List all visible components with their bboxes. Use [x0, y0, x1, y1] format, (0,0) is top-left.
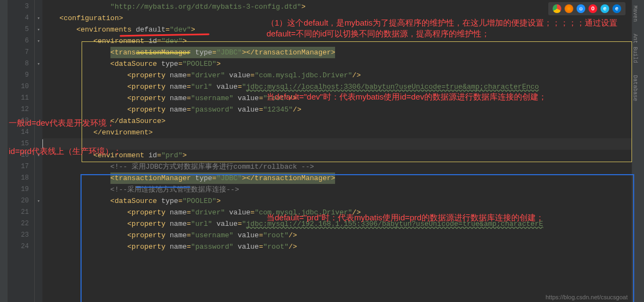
fold-marker[interactable] — [35, 127, 42, 138]
line-number[interactable]: 11 — [8, 93, 34, 104]
sidebar-label-maven[interactable]: Maven — [632, 0, 638, 22]
ie-icon[interactable]: e — [600, 4, 609, 13]
watermark: https://blog.csdn.net/csucsgoat — [546, 294, 628, 300]
line-number[interactable]: 7 — [8, 47, 34, 58]
code-line[interactable]: <property name="password" value="12345"/… — [42, 104, 631, 115]
fold-marker[interactable] — [35, 104, 42, 115]
fold-marker[interactable] — [35, 70, 42, 81]
ide-editor: 3456789101112131415161718192021222324 ▾▾… — [0, 0, 644, 302]
fold-marker[interactable] — [35, 184, 42, 195]
code-line[interactable]: <property name="driver" value="com.mysql… — [42, 70, 631, 81]
sidebar-label-database[interactable]: Database — [632, 70, 638, 101]
safari-icon[interactable]: ◎ — [577, 4, 585, 13]
edge-icon[interactable]: e — [612, 4, 621, 13]
line-number[interactable]: 13 — [8, 115, 34, 127]
fold-marker[interactable] — [35, 207, 42, 218]
right-tool-sidebar[interactable]: Maven Ant Build Database — [631, 0, 644, 302]
fold-marker[interactable]: ▾ — [35, 35, 42, 47]
code-line[interactable]: <property name="username" value="root"/> — [42, 93, 631, 104]
fold-marker[interactable]: ▾ — [35, 13, 42, 24]
line-number[interactable]: 9 — [8, 70, 34, 81]
code-line[interactable]: <dataSource type="POOLED"> — [42, 195, 631, 207]
chrome-icon[interactable] — [553, 4, 561, 13]
line-number[interactable]: 5 — [8, 24, 34, 35]
left-tool-sidebar[interactable] — [0, 0, 8, 302]
fold-marker[interactable]: ▾ — [35, 195, 42, 207]
code-line[interactable]: <environments default="dev"> — [42, 24, 631, 35]
line-number[interactable]: 17 — [8, 161, 34, 172]
code-line[interactable]: <property name="username" value="root"/> — [42, 230, 631, 241]
fold-marker[interactable] — [35, 230, 42, 241]
code-line[interactable]: <environment id="dev"> — [42, 35, 631, 47]
line-number[interactable]: 8 — [8, 58, 34, 70]
fold-marker[interactable] — [35, 1, 42, 13]
opera-icon[interactable]: O — [589, 4, 597, 13]
fold-marker[interactable] — [35, 241, 42, 252]
line-number[interactable]: 12 — [8, 104, 34, 115]
code-line[interactable] — [42, 138, 631, 150]
line-number[interactable]: 4 — [8, 13, 34, 24]
browser-preview-bar: ◎ O e e — [548, 2, 626, 15]
line-number[interactable]: 6 — [8, 35, 34, 47]
fold-marker[interactable]: ▾ — [35, 24, 42, 35]
fold-marker[interactable] — [35, 81, 42, 93]
line-number[interactable]: 14 — [8, 127, 34, 138]
line-number[interactable]: 18 — [8, 172, 34, 184]
code-line[interactable]: <transactionManager type="JDBC"></transa… — [42, 47, 631, 58]
code-line[interactable]: <environment id="prd"> — [42, 150, 631, 161]
sidebar-label-ant[interactable]: Ant Build — [632, 28, 638, 63]
fold-marker[interactable]: ▾ — [35, 58, 42, 70]
code-line[interactable]: </environment> — [42, 127, 631, 138]
line-number[interactable]: 24 — [8, 241, 34, 252]
fold-marker[interactable] — [35, 115, 42, 127]
line-number[interactable]: 15 — [8, 138, 34, 150]
line-number[interactable]: 19 — [8, 184, 34, 195]
code-line[interactable]: <transactionManager type="JDBC"></transa… — [42, 172, 631, 184]
fold-column[interactable]: ▾▾▾▾▾▾ — [35, 0, 42, 302]
line-number[interactable]: 23 — [8, 230, 34, 241]
line-number[interactable]: 10 — [8, 81, 34, 93]
blue-underline-id-prd — [136, 187, 190, 188]
fold-marker[interactable] — [35, 93, 42, 104]
line-number-gutter[interactable]: 3456789101112131415161718192021222324 — [8, 0, 35, 302]
line-number[interactable]: 21 — [8, 207, 34, 218]
code-line[interactable]: <property name="driver" value="com.mysql… — [42, 207, 631, 218]
yellow-underline-id-dev — [136, 52, 190, 53]
code-line[interactable]: <property name="url" value="jdbc:mysql:/… — [42, 218, 631, 230]
code-editor-area[interactable]: "http://mybatis.org/dtd/mybatis-3-config… — [42, 0, 631, 302]
fold-marker[interactable]: ▾ — [35, 150, 42, 161]
line-number[interactable]: 22 — [8, 218, 34, 230]
code-line[interactable]: <property name="password" value="root"/> — [42, 241, 631, 252]
code-line[interactable]: <!--采用连接池方式管理数据库连接--> — [42, 184, 631, 195]
fold-marker[interactable] — [35, 172, 42, 184]
line-number[interactable]: 3 — [8, 1, 34, 13]
fold-marker[interactable] — [35, 218, 42, 230]
code-line[interactable]: <property name="url" value="jdbc:mysql:/… — [42, 81, 631, 93]
line-number[interactable]: 16 — [8, 150, 34, 161]
line-number[interactable]: 20 — [8, 195, 34, 207]
code-line[interactable]: <!-- 采用JDBC方式对数据库事务进行commit/rollback --> — [42, 161, 631, 172]
code-line[interactable]: <dataSource type="POOLED"> — [42, 58, 631, 70]
code-line[interactable]: </dataSource> — [42, 115, 631, 127]
fold-marker[interactable] — [35, 138, 42, 150]
fold-marker[interactable] — [35, 161, 42, 172]
firefox-icon[interactable] — [565, 4, 573, 13]
code-line[interactable]: "http://mybatis.org/dtd/mybatis-3-config… — [42, 1, 631, 13]
fold-marker[interactable] — [35, 47, 42, 58]
code-line[interactable]: <configuration> — [42, 13, 631, 24]
